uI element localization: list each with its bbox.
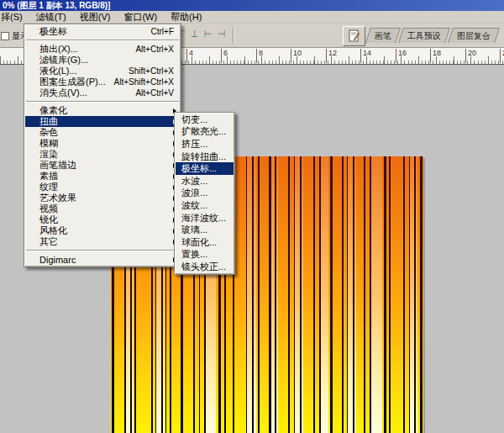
submenu-item[interactable]: 置换... (176, 249, 234, 261)
filter-menu-category[interactable]: 视频 (25, 203, 180, 214)
canvas-stripe (420, 156, 423, 433)
distort-submenu: 切变...扩散亮光...挤压...旋转扭曲...极坐标...水波...波浪...… (174, 112, 235, 275)
menu-item-label: 杂色 (39, 127, 58, 138)
filter-menu-category[interactable]: 纹理 (25, 182, 180, 193)
menu-item-label: 模糊 (39, 138, 58, 149)
submenu-item[interactable]: 水波... (176, 175, 234, 187)
filter-menu-item[interactable]: 极坐标Ctrl+F (25, 26, 180, 37)
menu-separator (26, 250, 179, 251)
palette-tab-3[interactable]: 图层复合 (448, 28, 500, 43)
menubar-item[interactable]: 择(S) (0, 11, 29, 23)
submenu-item-label: 球面化... (181, 236, 217, 249)
canvas-stripe (258, 156, 260, 433)
submenu-item[interactable]: 极坐标... (176, 162, 234, 175)
ruler-number: 4 (186, 49, 193, 63)
menu-bar: 择(S)滤镜(T)视图(V)窗口(W)帮助(H) (0, 11, 504, 24)
submenu-item[interactable]: 切变... (176, 114, 234, 126)
menubar-item[interactable]: 窗口(W) (117, 11, 164, 23)
submenu-item[interactable]: 旋转扭曲... (176, 150, 234, 163)
canvas-stripe (294, 156, 295, 433)
menu-item-label: 其它 (39, 236, 58, 247)
canvas-stripe (342, 156, 344, 433)
submenu-item[interactable]: 镜头校正... (176, 261, 234, 273)
menubar-item[interactable]: 滤镜(T) (29, 11, 73, 23)
submenu-item[interactable]: 波纹... (176, 199, 234, 212)
filter-menu-category[interactable]: 杂色 (25, 127, 180, 138)
canvas-stripe (353, 156, 354, 433)
filter-menu-category[interactable]: 素描 (25, 171, 180, 182)
ruler-number: 2 (500, 49, 504, 63)
filter-menu-item[interactable]: 滤镜库(G)... (25, 55, 180, 66)
align-vertical-centers-icon[interactable]: ⊥ (189, 29, 200, 40)
submenu-item-label: 扩散亮光... (181, 126, 226, 139)
menu-item-label: 视频 (39, 203, 58, 214)
menu-item-label: 液化(L)... (39, 66, 77, 77)
canvas-stripe (300, 156, 302, 433)
canvas-light-band (371, 156, 382, 433)
canvas-stripe (389, 156, 391, 433)
filter-menu-item[interactable]: 液化(L)...Shift+Ctrl+X (25, 66, 180, 77)
filter-menu-category[interactable]: 其它 (25, 236, 180, 247)
menubar-item[interactable]: 视图(V) (73, 11, 118, 23)
menu-item-label: 消失点(V)... (39, 87, 87, 98)
submenu-item-label: 波纹... (181, 199, 207, 212)
submenu-item[interactable]: 球面化... (176, 236, 234, 249)
filter-menu-category[interactable]: 风格化 (25, 225, 180, 236)
menubar-item[interactable]: 帮助(H) (164, 11, 208, 23)
menu-item-shortcut: Alt+Shift+Ctrl+X (114, 77, 174, 87)
filter-menu-item[interactable]: 图案生成器(P)...Alt+Shift+Ctrl+X (25, 77, 180, 87)
submenu-item[interactable]: 波浪... (176, 187, 234, 200)
canvas-stripe (319, 156, 321, 433)
options-separator (233, 27, 234, 44)
submenu-item[interactable]: 海洋波纹... (176, 212, 234, 224)
filter-menu-category[interactable]: 模糊 (25, 138, 180, 149)
filter-menu-category[interactable]: 画笔描边 (25, 160, 180, 171)
canvas-stripe (269, 156, 271, 433)
submenu-item-label: 玻璃... (181, 224, 207, 236)
palette-tab-2[interactable]: 工具预设 (398, 28, 450, 43)
palette-tab-label: 图层复合 (457, 29, 491, 43)
distribute-left-edges-icon[interactable]: ⊢ (202, 29, 213, 40)
ruler-number: 20 (465, 49, 476, 63)
canvas-stripe (414, 156, 416, 433)
submenu-item[interactable]: 扩散亮光... (176, 126, 234, 139)
canvas-stripe (330, 156, 333, 433)
canvas-stripe (288, 156, 290, 433)
filter-menu-category[interactable]: 锐化 (25, 214, 180, 225)
ruler-number: 6 (221, 49, 228, 63)
filter-menu-category[interactable]: 艺术效果 (25, 193, 180, 203)
toggle-brushes-palette-button[interactable] (343, 26, 365, 46)
ruler-number: 14 (360, 49, 371, 63)
filter-menu-category[interactable]: 像素化 (25, 105, 180, 116)
show-checkbox[interactable] (1, 32, 9, 40)
ruler-number: 12 (326, 49, 337, 63)
ruler-number: 16 (396, 49, 407, 63)
menu-item-label: 锐化 (39, 214, 58, 225)
submenu-item[interactable]: 玻璃... (176, 224, 234, 236)
palette-tab-1[interactable]: 画笔 (365, 28, 401, 43)
distribute-right-edges-icon[interactable]: ⊣ (216, 29, 227, 40)
filter-menu-item[interactable]: 抽出(X)...Alt+Ctrl+X (25, 44, 180, 55)
submenu-item-label: 水波... (181, 175, 207, 187)
submenu-item-label: 镜头校正... (181, 261, 226, 273)
filter-menu-item[interactable]: 消失点(V)...Alt+Ctrl+V (25, 87, 180, 98)
menu-item-label: 素描 (39, 171, 58, 182)
menu-item-shortcut: Alt+Ctrl+V (135, 88, 174, 98)
menu-item-label: 艺术效果 (39, 193, 76, 203)
submenu-item[interactable]: 挤压... (176, 138, 234, 150)
canvas-stripe (275, 156, 276, 433)
menu-item-label: 像素化 (39, 105, 67, 116)
canvas-stripe (246, 156, 247, 433)
menu-item-label: 滤镜库(G)... (39, 55, 88, 66)
filter-menu-category[interactable]: 扭曲 (25, 116, 180, 127)
filter-menu-category[interactable]: 渲染 (25, 149, 180, 160)
filter-menu-category[interactable]: Digimarc (25, 254, 180, 265)
submenu-item-label: 切变... (181, 114, 207, 126)
canvas-stripe (313, 156, 315, 433)
palette-tab-label: 画笔 (375, 29, 391, 43)
menu-item-shortcut: Shift+Ctrl+X (129, 66, 174, 76)
canvas-stripe (364, 156, 365, 433)
canvas-stripe (370, 156, 371, 433)
title-bar: 0% (图层 1 副本 13, RGB/8)] (0, 0, 504, 11)
menu-item-label: 扭曲 (39, 116, 58, 127)
